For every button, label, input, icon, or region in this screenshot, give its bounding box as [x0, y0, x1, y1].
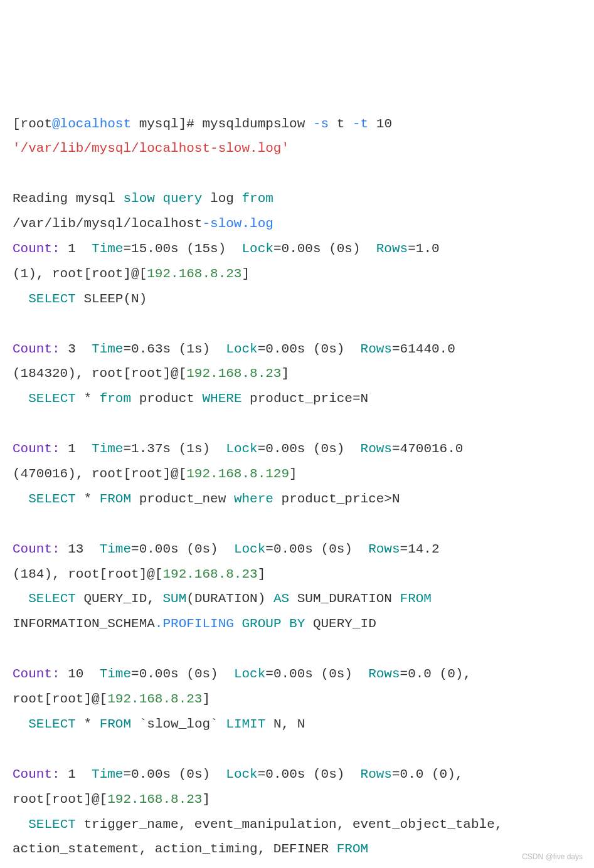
- reading-line2b: -slow: [202, 216, 241, 231]
- e2-sql2: product: [131, 391, 202, 406]
- e3-sql1: *: [76, 492, 100, 506]
- e4-line2b: ]: [258, 567, 266, 581]
- e3-rows: =470016.0: [392, 442, 463, 456]
- e3-ip: 192.168.8.129: [186, 467, 289, 481]
- reading-line1b: slow query: [123, 191, 202, 206]
- e3-sql2: product_new: [131, 492, 234, 506]
- e2-rows: =61440.0: [392, 342, 455, 356]
- prompt-close: ]#: [179, 117, 203, 131]
- cmd-flag-s: -s: [313, 117, 329, 131]
- e4-from: FROM: [400, 591, 432, 606]
- e2-lock: =0.00s (0s): [258, 342, 361, 356]
- e1-line2b: ]: [241, 267, 250, 281]
- e3-count-label: Count:: [13, 442, 60, 456]
- e5-time: =0.00s (0s): [131, 667, 234, 681]
- e5-rows: =0.0 (0),: [400, 667, 471, 681]
- e4-sql6: SUM_DURATION: [289, 591, 400, 606]
- prompt-open: [root: [13, 117, 52, 131]
- e3-time: =1.37s (1s): [123, 442, 226, 456]
- e4-profiling: .PROFILING: [155, 617, 234, 631]
- e3-sql3: product_price>N: [273, 492, 400, 506]
- e1-time: =15.00s (15s): [123, 241, 241, 256]
- prompt-path: mysql: [131, 117, 179, 131]
- e1-rows: =1.0: [408, 241, 439, 256]
- e5-lock-label: Lock: [234, 667, 265, 681]
- e5-lock: =0.00s (0s): [265, 667, 368, 681]
- e2-lock-label: Lock: [226, 342, 257, 356]
- e4-line2a: (184), root[root]@[: [13, 567, 162, 581]
- e2-time-label: Time: [92, 342, 123, 356]
- e6-from: FROM: [337, 842, 368, 856]
- e4-lock-label: Lock: [234, 542, 265, 556]
- e1-select: SELECT: [28, 292, 76, 306]
- prompt-host: @localhost: [52, 117, 131, 131]
- e4-sql2: QUERY_ID,: [76, 591, 163, 606]
- e2-time: =0.63s (1s): [123, 342, 226, 356]
- e3-rows-label: Rows: [361, 442, 392, 456]
- e3-line2a: (470016), root[root]@[: [13, 467, 186, 481]
- e1-ip: 192.168.8.23: [147, 267, 241, 281]
- e2-from: from: [100, 391, 131, 406]
- e4-count-label: Count:: [13, 542, 60, 556]
- e4-rows: =14.2: [400, 542, 440, 556]
- e4-rows-label: Rows: [368, 542, 400, 556]
- e5-sql6: N, N: [265, 717, 305, 731]
- e5-count-label: Count:: [13, 667, 60, 681]
- e6-lock-label: Lock: [226, 767, 257, 781]
- e1-lock-label: Lock: [242, 241, 273, 256]
- e1-rows-label: Rows: [376, 241, 408, 256]
- terminal-output: [root@localhost mysql]# mysqldumpslow -s…: [13, 112, 581, 868]
- e4-time-label: Time: [100, 542, 131, 556]
- e4-ip: 192.168.8.23: [162, 567, 257, 581]
- e6-time-label: Time: [92, 767, 123, 781]
- e6-ip: 192.168.8.23: [107, 792, 202, 807]
- e4-groupby: GROUP BY: [241, 617, 305, 631]
- cmd-logpath: '/var/lib/mysql/localhost-slow.log': [13, 141, 289, 156]
- e4-queryid: QUERY_ID: [305, 617, 376, 631]
- watermark-text: CSDN @five days: [522, 850, 583, 864]
- e6-line2b: ]: [202, 792, 210, 807]
- e1-lock: =0.00s (0s): [273, 241, 376, 256]
- cmd-arg-t: 10: [368, 117, 392, 131]
- reading-line1d: from: [241, 191, 273, 206]
- e4-count: 13: [60, 542, 100, 556]
- e5-sql4: `slow_log`: [131, 717, 226, 731]
- e2-rows-label: Rows: [361, 342, 392, 356]
- e4-sp: [234, 617, 242, 631]
- e5-line2b: ]: [202, 692, 210, 706]
- e5-from: FROM: [100, 717, 131, 731]
- e5-count: 10: [60, 667, 100, 681]
- e1-count: 1: [60, 241, 92, 256]
- e6-count: 1: [60, 767, 92, 781]
- e5-ip: 192.168.8.23: [107, 692, 202, 706]
- e5-line2a: root[root]@[: [13, 692, 107, 706]
- e3-lock-label: Lock: [226, 442, 257, 456]
- e6-rows: =0.0 (0),: [392, 767, 463, 781]
- e1-count-label: Count:: [13, 241, 60, 256]
- e1-line2a: (1), root[root]@[: [13, 267, 147, 281]
- e4-time: =0.00s (0s): [131, 542, 234, 556]
- e5-rows-label: Rows: [368, 667, 400, 681]
- e2-where: WHERE: [203, 391, 242, 406]
- e3-from: FROM: [100, 492, 131, 506]
- e5-time-label: Time: [100, 667, 131, 681]
- reading-line1a: Reading mysql: [13, 191, 123, 206]
- e2-count-label: Count:: [13, 342, 60, 356]
- e5-sql2: *: [76, 717, 100, 731]
- e3-count: 1: [60, 442, 92, 456]
- e6-time: =0.00s (0s): [123, 767, 226, 781]
- e1-sql: SLEEP(N): [76, 292, 147, 306]
- e5-select: SELECT: [28, 717, 76, 731]
- reading-line1c: log: [202, 191, 241, 206]
- e5-limit: LIMIT: [226, 717, 265, 731]
- cmd-arg-s: t: [329, 117, 353, 131]
- e2-ip: 192.168.8.23: [186, 366, 281, 381]
- e3-where: where: [234, 492, 273, 506]
- e6-sql2: trigger_name, event_manipulation, event_…: [13, 817, 511, 857]
- e2-line2b: ]: [281, 366, 289, 381]
- e4-as: AS: [273, 591, 289, 606]
- reading-line2c: .log: [241, 216, 273, 231]
- e4-select: SELECT: [28, 591, 76, 606]
- e2-count: 3: [60, 342, 92, 356]
- e2-sql1: *: [76, 391, 100, 406]
